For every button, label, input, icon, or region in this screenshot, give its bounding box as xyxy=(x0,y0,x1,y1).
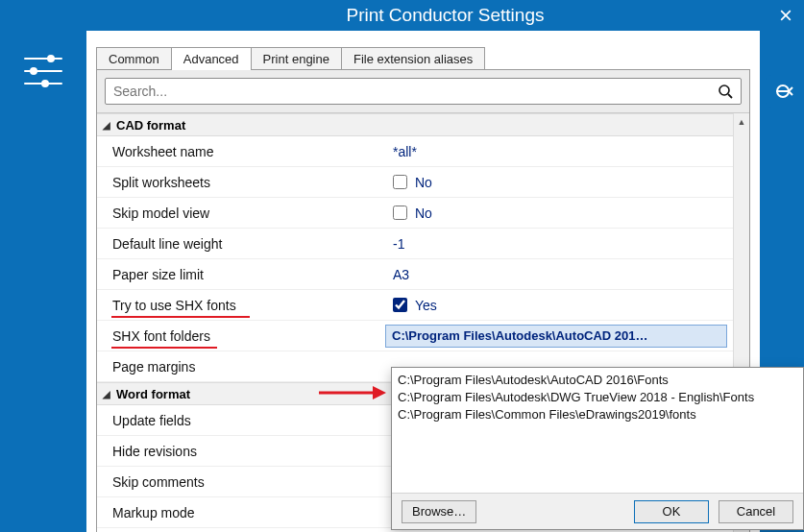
search-input[interactable] xyxy=(113,84,718,99)
settings-sliders-icon xyxy=(24,54,62,88)
popup-button-row: Browse… OK Cancel xyxy=(392,493,803,529)
annotation-underline xyxy=(111,347,217,349)
window-title: Print Conductor Settings xyxy=(347,5,545,26)
row-worksheet-name[interactable]: Worksheet name *all* xyxy=(97,136,733,167)
value-worksheet-name[interactable]: *all* xyxy=(383,144,733,159)
tab-advanced[interactable]: Advanced xyxy=(171,47,252,70)
ok-button[interactable]: OK xyxy=(634,500,709,523)
annotation-arrow-icon xyxy=(317,383,386,402)
shx-folders-list[interactable]: C:\Program Files\Autodesk\AutoCAD 2016\F… xyxy=(398,372,797,493)
label-shx-folders: SHX font folders xyxy=(97,328,383,344)
value-paper-size[interactable]: A3 xyxy=(383,267,733,282)
label-update-fields: Update fields xyxy=(97,413,383,428)
section-cad-title: CAD format xyxy=(116,118,185,133)
scroll-up-button[interactable]: ▲ xyxy=(734,113,749,130)
annotation-underline xyxy=(111,316,250,318)
browse-button[interactable]: Browse… xyxy=(402,500,476,523)
row-split-worksheets[interactable]: Split worksheets No xyxy=(97,167,733,198)
value-split-worksheets[interactable]: No xyxy=(383,175,733,190)
left-rail xyxy=(0,31,86,532)
value-use-shx[interactable]: Yes xyxy=(383,298,733,313)
tab-common[interactable]: Common xyxy=(96,47,172,70)
label-use-shx: Try to use SHX fonts xyxy=(97,298,383,313)
search-bar xyxy=(105,78,742,105)
text-use-shx: Yes xyxy=(415,298,437,313)
section-word-title: Word format xyxy=(116,387,190,401)
label-hide-revisions: Hide revisions xyxy=(97,444,383,459)
svg-line-2 xyxy=(728,94,732,98)
value-shx-folders[interactable]: C:\Program Files\Autodesk\AutoCAD 201… xyxy=(383,325,733,348)
list-item[interactable]: C:\Program Files\Autodesk\AutoCAD 2016\F… xyxy=(398,372,797,389)
svg-marker-4 xyxy=(373,386,386,399)
titlebar: Print Conductor Settings xyxy=(86,0,804,31)
row-paper-size[interactable]: Paper size limit A3 xyxy=(97,259,733,290)
checkbox-split-worksheets[interactable] xyxy=(393,175,407,189)
right-badge-icon[interactable] xyxy=(766,75,804,108)
tab-print-engine[interactable]: Print engine xyxy=(251,47,342,70)
value-skip-model[interactable]: No xyxy=(383,206,733,221)
label-split-worksheets: Split worksheets xyxy=(97,175,383,190)
close-button[interactable] xyxy=(767,0,804,31)
tab-strip: Common Advanced Print engine File extens… xyxy=(96,42,760,69)
section-cad[interactable]: ◢ CAD format xyxy=(97,113,733,136)
list-item[interactable]: C:\Program Files\Common Files\eDrawings2… xyxy=(398,406,797,423)
row-line-weight[interactable]: Default line weight -1 xyxy=(97,229,733,259)
shx-folders-field[interactable]: C:\Program Files\Autodesk\AutoCAD 201… xyxy=(385,325,727,348)
text-skip-model: No xyxy=(415,206,432,221)
search-icon xyxy=(718,84,733,99)
label-paper-size: Paper size limit xyxy=(97,267,383,282)
checkbox-skip-model[interactable] xyxy=(393,206,407,220)
label-worksheet-name: Worksheet name xyxy=(97,144,383,159)
tab-file-ext[interactable]: File extension aliases xyxy=(341,47,485,70)
label-skip-model: Skip model view xyxy=(97,206,383,221)
chevron-down-icon: ◢ xyxy=(103,389,112,399)
cancel-button[interactable]: Cancel xyxy=(719,500,793,523)
text-split-worksheets: No xyxy=(415,175,432,190)
checkbox-use-shx[interactable] xyxy=(393,298,407,312)
label-skip-comments: Skip comments xyxy=(97,474,383,490)
shx-folders-popup: C:\Program Files\Autodesk\AutoCAD 2016\F… xyxy=(391,367,804,530)
row-skip-model-view[interactable]: Skip model view No xyxy=(97,198,733,229)
app-root: Print Conductor Settings Common Advanced… xyxy=(0,0,804,532)
list-item[interactable]: C:\Program Files\Autodesk\DWG TrueView 2… xyxy=(398,389,797,406)
label-markup-mode: Markup mode xyxy=(97,505,383,520)
svg-point-1 xyxy=(719,85,729,95)
label-page-margins: Page margins xyxy=(97,359,383,375)
value-line-weight[interactable]: -1 xyxy=(383,236,733,252)
chevron-down-icon: ◢ xyxy=(103,120,112,131)
label-line-weight: Default line weight xyxy=(97,236,383,252)
